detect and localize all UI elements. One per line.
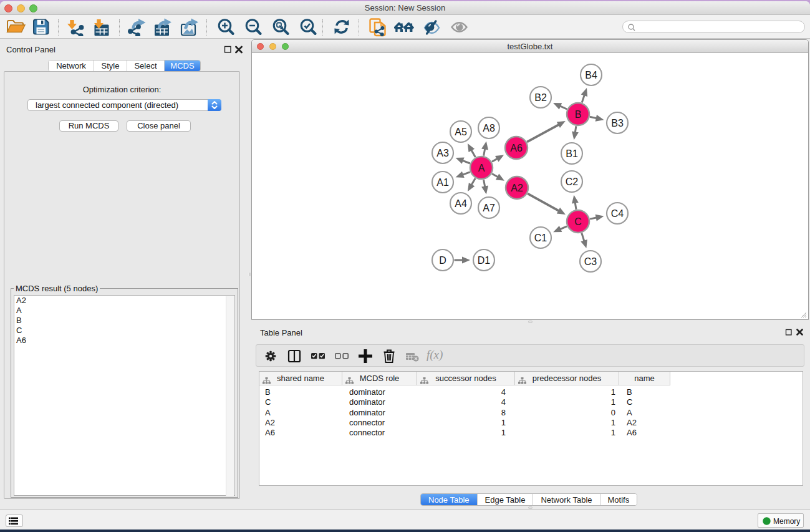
svg-text:C4: C4 bbox=[611, 208, 624, 219]
svg-text:A6: A6 bbox=[510, 143, 523, 153]
svg-text:B3: B3 bbox=[611, 118, 624, 128]
svg-text:C2: C2 bbox=[566, 177, 579, 187]
svg-text:A8: A8 bbox=[483, 123, 495, 133]
svg-text:D: D bbox=[439, 255, 446, 266]
svg-text:C3: C3 bbox=[584, 256, 597, 267]
svg-text:B: B bbox=[575, 109, 582, 120]
svg-text:A5: A5 bbox=[455, 127, 467, 137]
svg-text:A3: A3 bbox=[436, 148, 449, 158]
svg-text:A: A bbox=[478, 163, 485, 173]
svg-text:A2: A2 bbox=[511, 183, 523, 193]
svg-text:D1: D1 bbox=[478, 255, 491, 266]
svg-text:B4: B4 bbox=[585, 70, 597, 80]
svg-text:B1: B1 bbox=[566, 148, 578, 159]
svg-text:A4: A4 bbox=[455, 198, 467, 209]
svg-text:B2: B2 bbox=[534, 92, 547, 103]
svg-text:A1: A1 bbox=[436, 177, 449, 188]
svg-text:C: C bbox=[574, 216, 582, 227]
svg-text:C1: C1 bbox=[534, 233, 547, 243]
svg-text:A7: A7 bbox=[483, 203, 495, 213]
